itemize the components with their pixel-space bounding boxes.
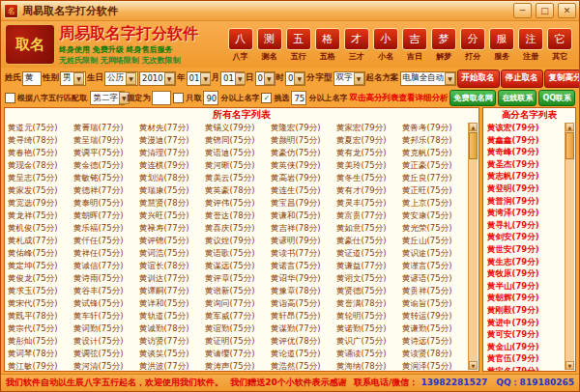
bazi-match-checkbox[interactable] (5, 93, 15, 103)
name-cell[interactable]: 黄谕旨(75分) (402, 297, 468, 310)
qq-contact-button[interactable]: QQ联系 (538, 90, 575, 106)
name-cell[interactable]: 黄喜庆(75分) (205, 222, 271, 235)
name-cell[interactable]: 黄朝晖(77分) (73, 210, 139, 222)
name-cell[interactable]: 黄诵读(75分) (336, 348, 402, 360)
name-cell[interactable]: 黄锦同(75分) (205, 134, 271, 147)
name-cell[interactable]: 黄宗代(75分) (8, 322, 73, 335)
scroll-track[interactable] (469, 159, 478, 361)
name-cell[interactable]: 黄涛声(75分) (205, 360, 271, 371)
name-cell[interactable]: 黄词勤(75分) (73, 322, 139, 335)
high-list-scrollbar[interactable]: ▲ ▼ (565, 123, 574, 370)
name-cell[interactable]: 黄轩昂(75分) (271, 310, 336, 322)
name-cell[interactable]: 黄江敏(79分) (8, 360, 73, 371)
name-cell[interactable]: 黄谭嗣(77分) (139, 285, 205, 297)
name-cell[interactable]: 黄诏华(79分) (271, 272, 336, 285)
high-name-cell[interactable]: 黄牧原(79分) (487, 267, 565, 280)
name-cell[interactable]: 黄有龙(75分) (336, 147, 402, 159)
name-cell[interactable]: 黄设计(75分) (73, 335, 139, 348)
name-cell[interactable]: 黄泰明(75分) (73, 197, 139, 210)
high-name-cell[interactable]: 黄湾泽(79分) (487, 207, 565, 219)
name-cell[interactable]: 黄谦和(75分) (271, 210, 336, 222)
surname-input[interactable]: 黄 (22, 71, 42, 86)
name-cell[interactable]: 黄诺勤(75分) (336, 322, 402, 335)
toolbar-item-小名[interactable]: 小小名 (372, 28, 398, 62)
name-cell[interactable]: 黄誉满(78分) (336, 297, 402, 310)
scheme-select[interactable]: 电脑全自动 ▼ (400, 71, 456, 86)
name-cell[interactable]: 黄划清(78分) (139, 172, 205, 184)
second-char-select[interactable]: 第二字 ▼ (90, 91, 125, 105)
name-cell[interactable]: 黄正旺(75分) (402, 184, 468, 197)
name-cell[interactable]: 黄诗雨(75分) (73, 272, 139, 285)
minute-select[interactable]: 0 ▼ (285, 71, 305, 86)
scroll-up-icon[interactable]: ▲ (566, 123, 574, 131)
name-cell[interactable]: 黄慧贤(78分) (139, 197, 205, 210)
name-cell[interactable]: 黄语迪(75分) (205, 147, 271, 159)
high-name-cell[interactable]: 黄该宏(79分) (487, 122, 565, 134)
name-cell[interactable]: 黄读贤(78分) (402, 348, 468, 360)
name-cell[interactable]: 黄宝昌(79分) (271, 197, 336, 210)
high-name-cell[interactable]: 黄剑安(79分) (487, 231, 565, 243)
high-name-cell[interactable]: 黄金山(79分) (487, 341, 565, 353)
name-cell[interactable]: 黄谚明(79分) (271, 235, 336, 247)
name-cell[interactable]: 黄谊勤(75分) (205, 322, 271, 335)
copy-high-score-button[interactable]: 复制高分 (544, 70, 580, 88)
name-cell[interactable]: 黄漫迪(77分) (139, 134, 205, 147)
name-cell[interactable]: 黄材先(77分) (139, 122, 205, 134)
name-cell[interactable]: 黄贤德(75分) (336, 285, 402, 297)
scroll-up-icon[interactable]: ▲ (469, 123, 478, 131)
name-cell[interactable]: 黄俊龙(75分) (8, 272, 73, 285)
name-cell[interactable]: 黄有才(79分) (336, 184, 402, 197)
day-select[interactable]: 01 ▼ (220, 71, 245, 86)
name-cell[interactable]: 黄誉达(78分) (205, 210, 271, 222)
name-cell[interactable]: 黄英侠(79分) (271, 159, 336, 172)
name-cell[interactable]: 黄谋勤(77分) (271, 322, 336, 335)
toolbar-item-注册[interactable]: 注注册 (518, 28, 544, 62)
high-name-cell[interactable]: 黄朝辉(79分) (487, 292, 565, 304)
name-cell[interactable]: 黄读书(77分) (271, 247, 336, 260)
month-select[interactable]: 01 ▼ (187, 71, 211, 86)
name-cell[interactable]: 黄锡义(79分) (205, 122, 271, 134)
name-cell[interactable]: 黄军威(77分) (205, 310, 271, 322)
name-cell[interactable]: 黄瑞康(75分) (139, 184, 205, 197)
high-name-cell[interactable]: 黄普润(79分) (487, 195, 565, 208)
scroll-down-icon[interactable]: ▼ (566, 361, 574, 370)
high-name-cell[interactable]: 黄刚毅(79分) (487, 304, 565, 317)
high-name-cell[interactable]: 黄生志(79分) (487, 256, 565, 268)
scroll-thumb[interactable] (469, 132, 478, 159)
name-cell[interactable]: 黄贵祥(75分) (402, 285, 468, 297)
name-cell[interactable]: 黄美云(75分) (205, 172, 271, 184)
minimize-button[interactable]: ─ (513, 3, 532, 18)
name-cell[interactable]: 黄札成(77分) (8, 235, 73, 247)
name-cell[interactable]: 黄润泽(75分) (402, 360, 468, 371)
name-cell[interactable]: 黄吉祥(78分) (271, 222, 336, 235)
name-cell[interactable]: 黄善考(79分) (402, 122, 468, 134)
name-cell[interactable]: 黄禄寿(77分) (139, 222, 205, 235)
name-cell[interactable]: 黄龙祥(75分) (8, 210, 73, 222)
name-cell[interactable]: 黄高岩(79分) (271, 172, 336, 184)
high-name-cell[interactable]: 黄奇峰(79分) (487, 146, 565, 158)
toolbar-item-三才[interactable]: 才三才 (343, 28, 369, 62)
name-cell[interactable]: 黄豪仿(75分) (271, 147, 336, 159)
name-cell[interactable]: 黄丘山(75分) (402, 235, 468, 247)
toolbar-item-五格[interactable]: 格五格 (314, 28, 340, 62)
name-cell[interactable]: 黄呈瑞(79分) (73, 134, 139, 147)
name-cell[interactable]: 黄定坤(75分) (8, 260, 73, 272)
name-cell[interactable]: 黄轨道(75分) (139, 310, 205, 322)
name-cell[interactable]: 黄丘良(77分) (402, 172, 468, 184)
toolbar-item-五行[interactable]: 五五行 (285, 28, 311, 62)
toolbar-item-服务[interactable]: 服服务 (489, 28, 515, 62)
name-cell[interactable]: 黄谦益(77分) (336, 260, 402, 272)
name-cell[interactable]: 黄谦勤(75分) (402, 322, 468, 335)
name-cell[interactable]: 黄美玲(75分) (336, 159, 402, 172)
name-cell[interactable]: 黄诺言(75分) (271, 260, 336, 272)
calendar-select[interactable]: 公历 ▼ (104, 71, 138, 86)
min-score-checkbox[interactable] (173, 93, 184, 103)
name-cell[interactable]: 黄冬生(75分) (336, 172, 402, 184)
scroll-down-icon[interactable]: ▼ (469, 361, 478, 370)
name-type-select[interactable]: 双字 ▼ (334, 71, 365, 86)
name-cell[interactable]: 黄隆宏(79分) (271, 122, 336, 134)
name-cell[interactable]: 黄诗远(75分) (402, 335, 468, 348)
name-cell[interactable]: 黄光荣(75分) (402, 222, 468, 235)
name-cell[interactable]: 黄敏铭(75分) (73, 172, 139, 184)
name-cell[interactable]: 黄宋代(75分) (8, 297, 73, 310)
